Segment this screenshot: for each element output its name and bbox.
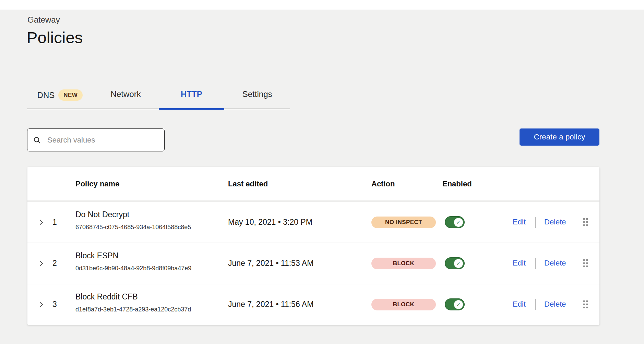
- search-icon: [33, 136, 41, 144]
- edit-link[interactable]: Edit: [513, 259, 526, 268]
- column-header-last-edited: Last edited: [228, 180, 268, 188]
- table-row: 2 Block ESPN 0d31be6c-9b90-48a4-92b8-9d8…: [27, 243, 599, 284]
- policy-name: Block ESPN: [75, 251, 191, 260]
- last-edited-value: June 7, 2021 • 11:53 AM: [228, 259, 313, 268]
- table-header: Policy name Last edited Action Enabled: [27, 167, 599, 202]
- action-badge: BLOCK: [371, 258, 436, 269]
- tab-settings[interactable]: Settings: [224, 85, 290, 109]
- tab-http[interactable]: HTTP: [159, 85, 225, 109]
- policy-name-cell: Block ESPN 0d31be6c-9b90-48a4-92b8-9d8f0…: [75, 251, 191, 272]
- policy-name: Block Reddit CFB: [75, 292, 191, 301]
- enabled-toggle[interactable]: ✓: [445, 216, 465, 228]
- delete-link[interactable]: Delete: [544, 300, 566, 309]
- check-icon: ✓: [456, 261, 461, 266]
- table-row: 1 Do Not Decrypt 67068745-c075-4685-934a…: [27, 202, 599, 243]
- action-divider: [535, 299, 536, 310]
- tab-dns-label: DNS: [37, 90, 55, 100]
- column-header-enabled: Enabled: [442, 180, 472, 188]
- last-edited-value: May 10, 2021 • 3:20 PM: [228, 218, 312, 227]
- check-icon: ✓: [456, 220, 461, 225]
- tab-settings-label: Settings: [242, 89, 272, 99]
- row-priority-number: 2: [52, 259, 57, 268]
- policy-name-cell: Do Not Decrypt 67068745-c075-4685-934a-1…: [75, 210, 191, 231]
- policy-name: Do Not Decrypt: [75, 210, 191, 219]
- enabled-toggle[interactable]: ✓: [445, 257, 465, 269]
- new-badge: NEW: [58, 89, 83, 101]
- breadcrumb: Gateway: [27, 15, 60, 25]
- expand-chevron-icon[interactable]: [38, 260, 45, 267]
- policy-uuid: 0d31be6c-9b90-48a4-92b8-9d8f09ba47e9: [75, 265, 191, 272]
- tab-http-label: HTTP: [181, 89, 202, 99]
- toggle-knob: ✓: [454, 300, 463, 309]
- create-policy-button[interactable]: Create a policy: [520, 128, 599, 146]
- tab-bar: DNS NEW Network HTTP Settings: [27, 85, 290, 109]
- search-input[interactable]: [47, 135, 159, 145]
- policy-uuid: 67068745-c075-4685-934a-1064f588c8e5: [75, 224, 191, 231]
- check-icon: ✓: [456, 302, 461, 307]
- table-row: 3 Block Reddit CFB d1ef8a7d-3eb1-4728-a2…: [27, 284, 599, 325]
- expand-chevron-icon[interactable]: [38, 301, 45, 308]
- table-body: 1 Do Not Decrypt 67068745-c075-4685-934a…: [27, 202, 599, 325]
- toggle-knob: ✓: [454, 218, 463, 227]
- delete-link[interactable]: Delete: [544, 259, 566, 268]
- action-badge: NO INSPECT: [371, 217, 436, 228]
- tab-network-label: Network: [111, 89, 141, 99]
- row-priority-number: 1: [52, 218, 57, 227]
- drag-handle-icon[interactable]: [583, 218, 588, 226]
- search-box[interactable]: [27, 128, 165, 151]
- toggle-knob: ✓: [454, 259, 463, 268]
- expand-chevron-icon[interactable]: [38, 219, 45, 226]
- policies-table: Policy name Last edited Action Enabled 1…: [27, 167, 599, 325]
- action-badge: BLOCK: [371, 299, 436, 310]
- column-header-policy-name: Policy name: [75, 180, 119, 188]
- drag-handle-icon[interactable]: [583, 300, 588, 308]
- row-priority-number: 3: [52, 300, 57, 309]
- policy-uuid: d1ef8a7d-3eb1-4728-a293-ea120c2cb37d: [75, 306, 191, 313]
- drag-handle-icon[interactable]: [583, 259, 588, 267]
- column-header-action: Action: [371, 180, 395, 188]
- tab-network[interactable]: Network: [93, 85, 159, 109]
- action-divider: [535, 217, 536, 228]
- edit-link[interactable]: Edit: [513, 300, 526, 309]
- enabled-toggle[interactable]: ✓: [445, 298, 465, 310]
- edit-link[interactable]: Edit: [513, 218, 526, 226]
- page-title: Policies: [27, 28, 83, 47]
- policy-name-cell: Block Reddit CFB d1ef8a7d-3eb1-4728-a293…: [75, 292, 191, 313]
- action-divider: [535, 258, 536, 269]
- tab-dns[interactable]: DNS NEW: [27, 85, 93, 109]
- last-edited-value: June 7, 2021 • 11:56 AM: [228, 300, 313, 309]
- delete-link[interactable]: Delete: [544, 218, 566, 226]
